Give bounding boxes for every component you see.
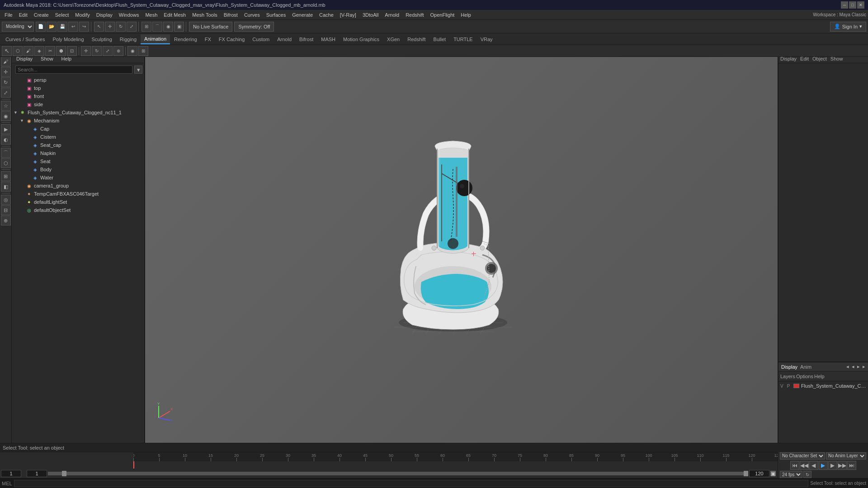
range-thumb-left[interactable]	[62, 471, 66, 476]
list-item[interactable]: ▼ ❋ Flush_System_Cutaway_Clogged_nc11_1	[12, 108, 144, 117]
paint-select-btn[interactable]: 🖌	[24, 46, 33, 56]
undo-btn[interactable]: ↩	[68, 22, 78, 32]
minimize-button[interactable]: ─	[841, 1, 848, 9]
list-item[interactable]: ▼ ◉ Mechanism	[12, 117, 144, 125]
tab-poly-modeling[interactable]: Poly Modeling	[49, 35, 87, 44]
timeline-ruler[interactable]: 0510152025303540455055606570758085909510…	[133, 452, 778, 461]
menu-create[interactable]: Create	[31, 11, 52, 19]
snap-curve-btn[interactable]: ⌒	[152, 22, 162, 32]
list-item[interactable]: ▣ top	[12, 84, 144, 92]
next-frame-btn[interactable]: ▶	[828, 461, 837, 470]
range-thumb-right[interactable]	[744, 471, 748, 476]
bevel-btn[interactable]: ⬢	[56, 46, 66, 56]
list-item[interactable]: ◈ Seat_cap	[12, 141, 144, 149]
live-surface-button[interactable]: No Live Surface	[189, 22, 232, 32]
soft-select-btn[interactable]: ◉	[127, 46, 137, 56]
menu-windows[interactable]: Windows	[116, 11, 142, 19]
tab-bullet[interactable]: Bullet	[430, 35, 450, 44]
tab-animation[interactable]: Animation	[141, 34, 170, 44]
layer-layers-menu[interactable]: Layers	[780, 374, 795, 379]
menu-generate[interactable]: Generate	[289, 11, 316, 19]
list-item[interactable]: ◎ defaultObjectSet	[12, 206, 144, 214]
tab-fx[interactable]: FX	[201, 35, 215, 44]
ch-nav1[interactable]: ◂	[846, 364, 849, 370]
range-end-input[interactable]	[749, 470, 769, 477]
list-item[interactable]: V P Flush_System_Cutaway_Clogg...	[778, 381, 868, 390]
tab-custom[interactable]: Custom	[249, 35, 273, 44]
save-scene-btn[interactable]: 💾	[57, 22, 67, 32]
rotate-tool-btn[interactable]: ↻	[116, 22, 126, 32]
tab-rigging[interactable]: Rigging	[116, 35, 140, 44]
tab-vray[interactable]: VRay	[477, 35, 496, 44]
list-item[interactable]: ◈ Seat	[12, 157, 144, 165]
current-frame-input[interactable]	[1, 470, 21, 477]
select-mode-btn[interactable]: ↖	[2, 46, 12, 56]
menu-mesh[interactable]: Mesh	[142, 11, 160, 19]
bridge-btn[interactable]: ⊡	[67, 46, 77, 56]
list-item[interactable]: ◈ Napkin	[12, 149, 144, 157]
loop-btn[interactable]: ↻	[803, 471, 811, 478]
range-start-input[interactable]	[27, 470, 47, 477]
surface-icon[interactable]: ⬡	[1, 158, 11, 168]
fps-select[interactable]: 24 fps	[780, 471, 802, 478]
menu-edit-mesh[interactable]: Edit Mesh	[161, 11, 189, 19]
menu-arnold[interactable]: Arnold	[382, 11, 402, 19]
paint-select-icon[interactable]: 🖌	[1, 56, 11, 66]
attr-icon[interactable]: ⊟	[1, 205, 11, 215]
close-button[interactable]: ✕	[857, 1, 864, 9]
ipr-icon[interactable]: ◐	[1, 135, 11, 145]
lasso-btn[interactable]: ⬡	[13, 46, 23, 56]
step-fwd-btn[interactable]: ▶▶	[838, 461, 847, 470]
move-btn2[interactable]: ✛	[81, 46, 91, 56]
ch-nav2[interactable]: ◂	[852, 364, 854, 370]
tab-arnold[interactable]: Arnold	[274, 35, 295, 44]
curve-icon[interactable]: ⌒	[1, 148, 11, 158]
rotate-btn2[interactable]: ↻	[92, 46, 102, 56]
list-item[interactable]: ◈ Cap	[12, 125, 144, 133]
no-anim-layer-select[interactable]: No Anim Layer	[826, 452, 866, 460]
open-scene-btn[interactable]: 📂	[47, 22, 57, 32]
list-item[interactable]: ✦ defaultLightSet	[12, 198, 144, 206]
render-icon[interactable]: ▶	[1, 124, 11, 134]
menu-vray[interactable]: [V-Ray]	[337, 11, 359, 19]
snap-point-btn[interactable]: ◉	[163, 22, 173, 32]
menu-mesh-display[interactable]: Bifrost	[221, 11, 241, 19]
tab-bifrost[interactable]: Bifrost	[296, 35, 317, 44]
layer-anim-tab[interactable]: Anim	[800, 364, 811, 370]
node-icon[interactable]: ⊕	[1, 216, 11, 225]
multi-cut-btn[interactable]: ✂	[45, 46, 55, 56]
rotate-icon[interactable]: ↻	[1, 77, 11, 87]
move-tool-btn[interactable]: ✛	[105, 22, 115, 32]
layer-display-tab[interactable]: Display	[781, 364, 797, 370]
menu-3dtoall[interactable]: 3DtoAll	[360, 11, 381, 19]
menu-select[interactable]: Select	[52, 11, 72, 19]
comp-mode-btn[interactable]: ◈	[34, 46, 44, 56]
range-bar[interactable]	[48, 472, 748, 475]
symmetry-mesh-btn[interactable]: ⊞	[138, 46, 148, 56]
go-start-btn[interactable]: ⏮	[790, 461, 799, 470]
snap-surface-btn[interactable]: ▣	[174, 22, 184, 32]
scale-icon[interactable]: ⤢	[1, 88, 11, 98]
go-end-btn[interactable]: ⏭	[847, 461, 856, 470]
show-manip-icon[interactable]: ☆	[1, 101, 11, 111]
layer-help-menu[interactable]: Help	[814, 374, 825, 379]
list-item[interactable]: ◈ Water	[12, 174, 144, 182]
list-item[interactable]: ◈ Body	[12, 165, 144, 174]
tab-mash[interactable]: MASH	[317, 35, 339, 44]
new-scene-btn[interactable]: 📄	[36, 22, 46, 32]
viewport[interactable]: View Shading Lighting Show Renderer Pane…	[145, 45, 778, 452]
tab-motion-graphics[interactable]: Motion Graphics	[340, 35, 383, 44]
outliner-search-input[interactable]	[15, 66, 132, 74]
ch-nav4[interactable]: ▸	[863, 364, 865, 370]
redo-btn[interactable]: ↪	[79, 22, 89, 32]
layer-options-menu[interactable]: Options	[796, 374, 813, 379]
list-item[interactable]: ▣ front	[12, 92, 144, 100]
move-icon[interactable]: ✛	[1, 67, 11, 77]
menu-surfaces[interactable]: Surfaces	[264, 11, 288, 19]
menu-mesh-tools[interactable]: Mesh Tools	[189, 11, 220, 19]
soft-sel-icon[interactable]: ◉	[1, 111, 11, 121]
tab-xgen[interactable]: XGen	[383, 35, 403, 44]
tab-curves-surfaces[interactable]: Curves / Surfaces	[2, 35, 48, 44]
menu-help[interactable]: Help	[458, 11, 474, 19]
play-btn[interactable]: ▶	[819, 461, 828, 470]
